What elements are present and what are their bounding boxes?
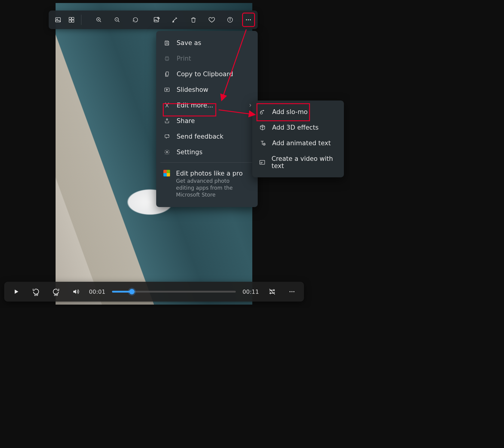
skip-back-amount: 10 [34, 293, 38, 296]
store-text: Edit photos like a pro Get advanced phot… [176, 170, 245, 198]
menu-label: Edit more... [177, 102, 213, 109]
toolbar-separator [81, 15, 81, 25]
zoom-out-button[interactable] [111, 13, 123, 27]
edit-more-icon [163, 102, 171, 108]
playbar-more-button[interactable] [285, 285, 299, 298]
svg-point-13 [250, 19, 251, 20]
svg-rect-2 [69, 17, 71, 20]
play-icon [13, 288, 20, 295]
svg-point-12 [248, 19, 249, 20]
menu-send-feedback[interactable]: Send feedback [156, 129, 258, 144]
menu-label: Save as [177, 39, 201, 47]
skip-back-button[interactable]: 10 [29, 285, 43, 298]
slideshow-icon [163, 87, 171, 93]
svg-point-21 [166, 152, 168, 153]
chevron-right-icon [248, 103, 252, 107]
menu-share[interactable]: Share [156, 113, 258, 129]
elapsed-time: 00:01 [89, 288, 105, 295]
gallery-icon [55, 17, 61, 23]
menu-print: Print [156, 51, 258, 66]
loop-button[interactable] [266, 285, 279, 298]
microsoft-store-icon [163, 170, 170, 176]
view-all-photos-button[interactable] [52, 13, 64, 27]
menu-slideshow[interactable]: Slideshow [156, 82, 258, 98]
collection-icon [68, 17, 75, 23]
svg-rect-14 [165, 58, 169, 60]
loop-off-icon [269, 288, 276, 295]
submenu-label: Add slo-mo [272, 108, 308, 116]
info-button[interactable] [224, 13, 236, 27]
volume-button[interactable] [69, 285, 82, 298]
copy-icon [163, 71, 171, 77]
share-icon [163, 118, 171, 124]
svg-point-10 [230, 18, 230, 19]
total-time: 00:11 [242, 288, 259, 295]
zoom-in-button[interactable] [93, 13, 105, 27]
svg-rect-4 [69, 20, 71, 22]
svg-point-18 [168, 103, 169, 104]
rotate-icon [132, 17, 139, 23]
menu-settings[interactable]: Settings [156, 144, 258, 160]
svg-point-11 [246, 19, 247, 20]
svg-rect-5 [71, 20, 74, 22]
menu-copy-clipboard[interactable]: Copy to Clipboard [156, 66, 258, 82]
seek-thumb[interactable] [129, 289, 135, 294]
svg-point-27 [291, 291, 293, 292]
more-icon [245, 16, 252, 23]
gear-icon [163, 149, 171, 155]
edit-image-button[interactable] [151, 13, 163, 27]
svg-point-26 [290, 291, 291, 292]
video-text-icon [259, 159, 266, 166]
submenu-label: Add animated text [272, 140, 331, 147]
svg-rect-3 [71, 17, 74, 20]
menu-label: Copy to Clipboard [177, 71, 233, 78]
svg-point-20 [168, 134, 169, 135]
delete-button[interactable] [187, 13, 200, 27]
svg-point-17 [165, 103, 166, 104]
print-icon [163, 56, 171, 62]
animated-text-icon [259, 140, 266, 146]
menu-save-as[interactable]: Save as [156, 35, 258, 51]
zoom-out-icon [114, 17, 120, 23]
rotate-button[interactable] [129, 13, 142, 27]
submenu-create-video-text[interactable]: Create a video with text [252, 151, 344, 174]
submenu-add-slomo[interactable]: Add slo-mo [252, 104, 344, 120]
menu-edit-photos-pro[interactable]: Edit photos like a pro Get advanced phot… [156, 165, 258, 203]
more-icon [288, 288, 296, 295]
slomo-icon [259, 109, 266, 115]
feedback-icon [163, 134, 171, 140]
more-options-dropdown: Save as Print Copy to Clipboard Slidesho… [156, 31, 258, 207]
store-title: Edit photos like a pro [176, 170, 245, 177]
menu-label: Settings [177, 149, 202, 156]
svg-rect-0 [55, 18, 60, 22]
favorite-button[interactable] [206, 13, 218, 27]
add-to-collection-button[interactable] [65, 13, 77, 27]
skip-forward-amount: 30 [54, 293, 58, 296]
submenu-add-3d-effects[interactable]: Add 3D effects [252, 120, 344, 135]
info-icon [227, 17, 233, 23]
menu-label: Share [177, 117, 195, 125]
skip-forward-button[interactable]: 30 [49, 285, 62, 298]
edit-more-submenu: Add slo-mo Add 3D effects Add animated t… [252, 101, 344, 177]
svg-rect-15 [166, 72, 169, 76]
menu-edit-more[interactable]: Edit more... [156, 98, 258, 113]
submenu-label: Add 3D effects [272, 124, 319, 131]
store-subtitle: Get advanced photo editing apps from the… [176, 178, 245, 198]
submenu-add-animated-text[interactable]: Add animated text [252, 135, 344, 151]
edit-image-icon [153, 16, 160, 23]
menu-label: Print [177, 55, 191, 62]
playback-bar: 10 30 00:01 00:11 [4, 282, 304, 302]
save-icon [163, 40, 171, 46]
menu-label: Send feedback [177, 133, 223, 140]
svg-point-28 [293, 291, 295, 292]
zoom-in-icon [96, 17, 102, 23]
play-button[interactable] [10, 285, 23, 298]
menu-separator [160, 162, 254, 163]
more-options-button[interactable] [242, 13, 255, 27]
volume-icon [72, 288, 79, 295]
submenu-label: Create a video with text [272, 155, 337, 170]
heart-icon [208, 16, 215, 23]
draw-button[interactable] [169, 13, 181, 27]
seek-bar[interactable] [112, 291, 236, 293]
top-toolbar [49, 11, 258, 29]
